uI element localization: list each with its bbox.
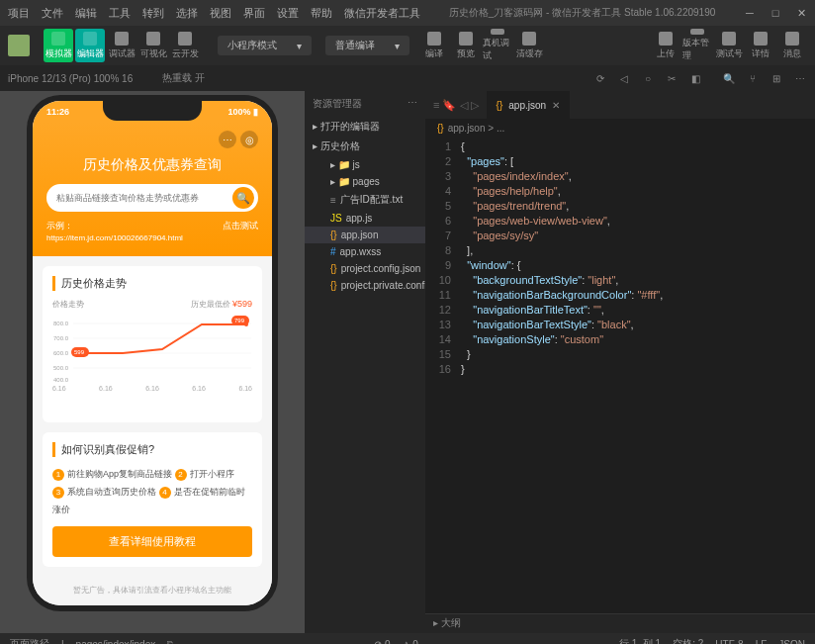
capsule-close-icon[interactable]: ◎ bbox=[240, 131, 258, 148]
search-button[interactable]: 🔍 bbox=[232, 187, 254, 209]
status-item[interactable]: UTF-8 bbox=[715, 639, 743, 645]
pin-icon[interactable]: ◧ bbox=[688, 71, 702, 85]
phone-notch bbox=[103, 101, 202, 121]
svg-text:800.0: 800.0 bbox=[53, 321, 69, 326]
explorer-group[interactable]: ▸ 历史价格 bbox=[305, 137, 425, 156]
toolbar-上传[interactable]: 上传 bbox=[651, 29, 680, 62]
toolbar-版本管理[interactable]: 版本管理 bbox=[682, 29, 712, 62]
toolbar-云开发[interactable]: 云开发 bbox=[170, 29, 200, 62]
rotate-icon[interactable]: ⟳ bbox=[593, 71, 607, 85]
hint-test-link[interactable]: 点击测试 bbox=[223, 220, 258, 242]
dots-icon[interactable]: ⋯ bbox=[793, 71, 807, 85]
device-bar: iPhone 12/13 (Pro) 100% 16 热重载 开 ⟳ ◁ ○ ✂… bbox=[0, 65, 815, 91]
svg-text:599: 599 bbox=[74, 349, 85, 355]
phone-time: 11:26 bbox=[46, 107, 69, 117]
capsule-menu-icon[interactable]: ⋯ bbox=[219, 131, 236, 148]
hot-reload[interactable]: 热重载 开 bbox=[162, 71, 205, 85]
menu-item[interactable]: 设置 bbox=[277, 6, 299, 21]
toolbar-调试器[interactable]: 调试器 bbox=[107, 29, 136, 62]
status-pagepath[interactable]: pages/index/index bbox=[76, 639, 156, 645]
home-icon[interactable]: ○ bbox=[641, 71, 655, 85]
toolbar-可视化[interactable]: 可视化 bbox=[138, 29, 168, 62]
simulator-panel: 11:26 100% ▮ ⋯ ◎ 历史价格及优惠券查询 🔍 示例：https:/… bbox=[0, 91, 305, 633]
status-item[interactable]: JSON bbox=[778, 639, 805, 645]
menu-item[interactable]: 转到 bbox=[142, 6, 164, 21]
phone-battery: 100% ▮ bbox=[227, 107, 258, 117]
status-item[interactable]: LF bbox=[756, 639, 768, 645]
phone-body: 历史价格走势 价格走势 历史最低价 ¥599 800.0 700.0 bbox=[33, 256, 272, 605]
maximize-button[interactable]: □ bbox=[770, 7, 781, 19]
status-errors[interactable]: ⊘ 0 bbox=[374, 639, 390, 645]
menu-item[interactable]: 视图 bbox=[210, 6, 231, 21]
tutorial-button[interactable]: 查看详细使用教程 bbox=[52, 526, 252, 557]
file-广告ID配置.txt[interactable]: ≡ 广告ID配置.txt bbox=[305, 190, 425, 210]
minimize-button[interactable]: ─ bbox=[744, 7, 756, 19]
avatar[interactable] bbox=[8, 35, 30, 56]
explorer-panel: 资源管理器⋯ ▸ 打开的编辑器▸ 历史价格▸ 📁 js▸ 📁 pages≡ 广告… bbox=[305, 91, 425, 633]
cut-icon[interactable]: ✂ bbox=[665, 71, 679, 85]
menu-item[interactable]: 项目 bbox=[8, 6, 30, 21]
phone-header: ⋯ ◎ 历史价格及优惠券查询 🔍 示例：https://item.jd.com/… bbox=[33, 123, 272, 256]
file-js[interactable]: ▸ 📁 js bbox=[305, 156, 425, 173]
file-project.private.config.js...[interactable]: {} project.private.config.js... bbox=[305, 277, 425, 294]
status-pagepath-label: 页面路径 bbox=[10, 637, 49, 644]
device-info[interactable]: iPhone 12/13 (Pro) 100% 16 bbox=[8, 73, 133, 84]
editor-panel: ≡ 🔖 ◁ ▷ {}app.json✕ {} app.json > ... 12… bbox=[425, 91, 815, 633]
mode-select[interactable]: 小程序模式▾ bbox=[218, 36, 312, 55]
chart-label: 价格走势 bbox=[52, 299, 84, 310]
toolbar-编辑器[interactable]: 编辑器 bbox=[75, 29, 105, 62]
editor-tabs: ≡ 🔖 ◁ ▷ {}app.json✕ bbox=[425, 91, 815, 119]
svg-text:400.0: 400.0 bbox=[53, 377, 69, 383]
menu-item[interactable]: 界面 bbox=[243, 6, 265, 21]
back-icon[interactable]: ◁ bbox=[617, 71, 631, 85]
toolbar-编译[interactable]: 编译 bbox=[419, 29, 449, 62]
menu-item[interactable]: 微信开发者工具 bbox=[344, 6, 420, 21]
compile-select[interactable]: 普通编译▾ bbox=[325, 36, 409, 55]
search-input[interactable] bbox=[56, 193, 232, 203]
price-history-card: 历史价格走势 价格走势 历史最低价 ¥599 800.0 700.0 bbox=[43, 266, 262, 422]
toolbar-预览[interactable]: 预览 bbox=[451, 29, 481, 62]
menu-item[interactable]: 选择 bbox=[176, 6, 198, 21]
explorer-more-icon[interactable]: ⋯ bbox=[408, 97, 417, 111]
menu-item[interactable]: 工具 bbox=[109, 6, 131, 21]
svg-text:700.0: 700.0 bbox=[53, 335, 69, 341]
ext-icon[interactable]: ⊞ bbox=[770, 71, 783, 85]
menu-item[interactable]: 编辑 bbox=[75, 6, 97, 21]
copy-icon[interactable]: ⎘ bbox=[167, 639, 173, 645]
branch-icon[interactable]: ⑂ bbox=[746, 71, 760, 85]
file-pages[interactable]: ▸ 📁 pages bbox=[305, 173, 425, 190]
explorer-title: 资源管理器 bbox=[313, 97, 362, 111]
status-warnings[interactable]: △ 0 bbox=[403, 639, 418, 645]
main-menu: 项目文件编辑工具转到选择视图界面设置帮助微信开发者工具 bbox=[8, 6, 420, 21]
file-app.json[interactable]: {} app.json bbox=[305, 227, 425, 243]
tab-close-icon[interactable]: ✕ bbox=[552, 100, 560, 111]
status-item[interactable]: 行 1, 列 1 bbox=[619, 637, 661, 644]
card-title: 如何识别真假促销? bbox=[52, 442, 252, 457]
phone-frame: 11:26 100% ▮ ⋯ ◎ 历史价格及优惠券查询 🔍 示例：https:/… bbox=[33, 101, 272, 605]
step-item: 1前往购物App复制商品链接 bbox=[52, 469, 175, 479]
toolbar-清缓存[interactable]: 清缓存 bbox=[514, 29, 544, 62]
toolbar-消息[interactable]: 消息 bbox=[777, 29, 807, 62]
search-box[interactable]: 🔍 bbox=[46, 184, 258, 212]
howto-card: 如何识别真假促销? 1前往购物App复制商品链接 2打开小程序 3系统自动查询历… bbox=[43, 432, 262, 567]
status-item[interactable]: 空格: 2 bbox=[673, 637, 703, 644]
outline-panel[interactable]: ▸ 大纲 bbox=[425, 613, 815, 633]
file-app.js[interactable]: JS app.js bbox=[305, 210, 425, 227]
breadcrumb[interactable]: {} app.json > ... bbox=[425, 119, 815, 138]
toolbar-测试号[interactable]: 测试号 bbox=[714, 29, 744, 62]
toolbar-模拟器[interactable]: 模拟器 bbox=[44, 29, 73, 62]
svg-text:500.0: 500.0 bbox=[53, 365, 69, 371]
menu-item[interactable]: 帮助 bbox=[311, 6, 332, 21]
titlebar: 项目文件编辑工具转到选择视图界面设置帮助微信开发者工具 历史价格_刀客源码网 -… bbox=[0, 0, 815, 26]
tab-app-json[interactable]: {}app.json✕ bbox=[487, 91, 571, 119]
toolbar-详情[interactable]: 详情 bbox=[746, 29, 775, 62]
menu-item[interactable]: 文件 bbox=[42, 6, 63, 21]
explorer-group[interactable]: ▸ 打开的编辑器 bbox=[305, 117, 425, 137]
toolbar-真机调试[interactable]: 真机调试 bbox=[483, 29, 512, 62]
code-area[interactable]: 12345678910111213141516 { "pages": [ "pa… bbox=[425, 138, 815, 613]
close-button[interactable]: ✕ bbox=[795, 7, 807, 19]
file-project.config.json[interactable]: {} project.config.json bbox=[305, 260, 425, 277]
step-item: 3系统自动查询历史价格 bbox=[52, 487, 159, 497]
file-app.wxss[interactable]: # app.wxss bbox=[305, 243, 425, 260]
search-icon[interactable]: 🔍 bbox=[722, 71, 736, 85]
